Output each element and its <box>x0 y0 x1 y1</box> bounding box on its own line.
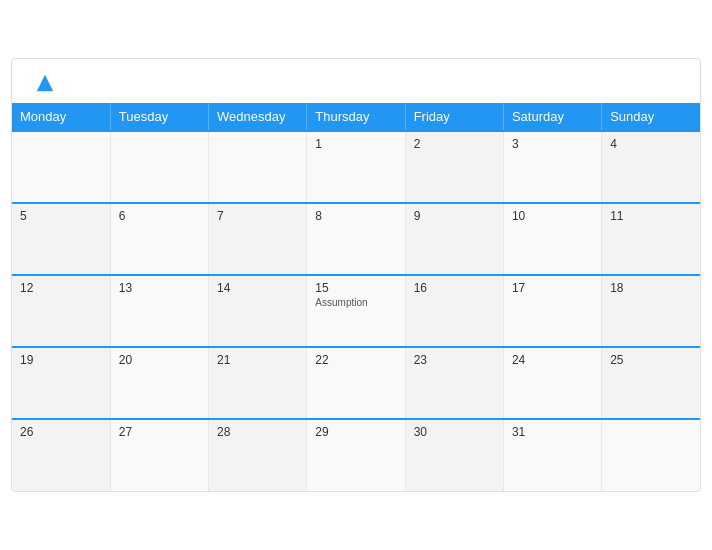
calendar-cell: 19 <box>12 347 110 419</box>
day-number: 11 <box>610 209 692 223</box>
calendar-cell: 22 <box>307 347 405 419</box>
day-number: 12 <box>20 281 102 295</box>
week-row-3: 12131415Assumption161718 <box>12 275 700 347</box>
day-number: 28 <box>217 425 298 439</box>
calendar-cell: 28 <box>209 419 307 491</box>
day-number: 3 <box>512 137 593 151</box>
calendar-cell: 8 <box>307 203 405 275</box>
calendar-cell: 18 <box>602 275 700 347</box>
calendar-cell <box>209 131 307 203</box>
day-number: 27 <box>119 425 200 439</box>
calendar-cell: 27 <box>110 419 208 491</box>
calendar-container: MondayTuesdayWednesdayThursdayFridaySatu… <box>11 58 701 492</box>
calendar-cell: 15Assumption <box>307 275 405 347</box>
calendar-cell: 4 <box>602 131 700 203</box>
weekday-header-row: MondayTuesdayWednesdayThursdayFridaySatu… <box>12 103 700 131</box>
day-number: 2 <box>414 137 495 151</box>
calendar-cell: 12 <box>12 275 110 347</box>
calendar-cell: 3 <box>503 131 601 203</box>
weekday-header-wednesday: Wednesday <box>209 103 307 131</box>
calendar-grid: MondayTuesdayWednesdayThursdayFridaySatu… <box>12 103 700 491</box>
day-number: 21 <box>217 353 298 367</box>
calendar-cell: 24 <box>503 347 601 419</box>
calendar-cell: 21 <box>209 347 307 419</box>
day-number: 6 <box>119 209 200 223</box>
calendar-cell: 14 <box>209 275 307 347</box>
day-number: 25 <box>610 353 692 367</box>
day-number: 1 <box>315 137 396 151</box>
logo-flag <box>34 73 54 93</box>
calendar-cell: 30 <box>405 419 503 491</box>
calendar-cell: 31 <box>503 419 601 491</box>
calendar-cell: 7 <box>209 203 307 275</box>
calendar-cell: 17 <box>503 275 601 347</box>
weekday-header-tuesday: Tuesday <box>110 103 208 131</box>
day-number: 22 <box>315 353 396 367</box>
weekday-header-friday: Friday <box>405 103 503 131</box>
day-number: 31 <box>512 425 593 439</box>
calendar-cell: 29 <box>307 419 405 491</box>
calendar-cell: 2 <box>405 131 503 203</box>
calendar-cell: 10 <box>503 203 601 275</box>
day-number: 10 <box>512 209 593 223</box>
weekday-header-thursday: Thursday <box>307 103 405 131</box>
weekday-header-sunday: Sunday <box>602 103 700 131</box>
calendar-cell: 1 <box>307 131 405 203</box>
calendar-cell: 11 <box>602 203 700 275</box>
day-number: 23 <box>414 353 495 367</box>
week-row-1: 1234 <box>12 131 700 203</box>
day-number: 4 <box>610 137 692 151</box>
weekday-header-saturday: Saturday <box>503 103 601 131</box>
calendar-header <box>12 59 700 103</box>
calendar-cell: 25 <box>602 347 700 419</box>
week-row-4: 19202122232425 <box>12 347 700 419</box>
week-row-5: 262728293031 <box>12 419 700 491</box>
calendar-cell: 5 <box>12 203 110 275</box>
day-number: 30 <box>414 425 495 439</box>
day-number: 17 <box>512 281 593 295</box>
calendar-cell <box>12 131 110 203</box>
day-number: 9 <box>414 209 495 223</box>
weekday-header-monday: Monday <box>12 103 110 131</box>
day-number: 13 <box>119 281 200 295</box>
calendar-cell: 26 <box>12 419 110 491</box>
calendar-cell: 23 <box>405 347 503 419</box>
calendar-cell: 13 <box>110 275 208 347</box>
calendar-cell <box>110 131 208 203</box>
day-number: 15 <box>315 281 396 295</box>
calendar-cell: 9 <box>405 203 503 275</box>
day-number: 29 <box>315 425 396 439</box>
day-number: 24 <box>512 353 593 367</box>
calendar-cell <box>602 419 700 491</box>
calendar-cell: 16 <box>405 275 503 347</box>
day-number: 8 <box>315 209 396 223</box>
week-row-2: 567891011 <box>12 203 700 275</box>
calendar-cell: 20 <box>110 347 208 419</box>
day-number: 26 <box>20 425 102 439</box>
holiday-name: Assumption <box>315 297 396 308</box>
day-number: 20 <box>119 353 200 367</box>
day-number: 14 <box>217 281 298 295</box>
svg-marker-0 <box>37 75 53 91</box>
day-number: 19 <box>20 353 102 367</box>
calendar-cell: 6 <box>110 203 208 275</box>
logo <box>32 73 54 93</box>
day-number: 18 <box>610 281 692 295</box>
day-number: 7 <box>217 209 298 223</box>
day-number: 5 <box>20 209 102 223</box>
day-number: 16 <box>414 281 495 295</box>
